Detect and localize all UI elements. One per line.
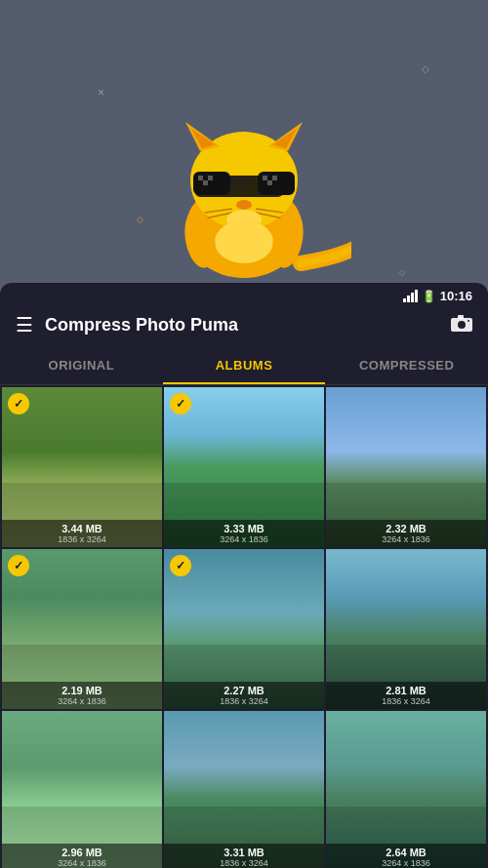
svg-rect-14 <box>267 180 272 185</box>
svg-rect-28 <box>458 315 464 319</box>
photo-5[interactable]: ✓ 2.27 MB 1836 x 3264 <box>164 549 324 709</box>
dims-5: 1836 x 3264 <box>168 696 320 706</box>
check-4: ✓ <box>8 555 29 576</box>
check-2: ✓ <box>170 393 191 414</box>
photo-9[interactable]: 2.64 MB 3264 x 1836 <box>326 711 486 868</box>
size-3: 2.32 MB <box>330 523 482 534</box>
svg-rect-12 <box>263 176 267 180</box>
svg-rect-15 <box>230 179 248 184</box>
svg-point-22 <box>215 220 273 263</box>
dims-9: 3264 x 1836 <box>330 858 482 868</box>
app-title: Compress Photo Puma <box>45 315 439 335</box>
size-7: 2.96 MB <box>6 847 158 858</box>
photo-4[interactable]: ✓ 2.19 MB 3264 x 1836 <box>2 549 162 709</box>
dims-1: 1836 x 3264 <box>6 534 158 544</box>
svg-rect-10 <box>208 176 213 180</box>
svg-rect-9 <box>198 176 203 180</box>
deco-diamond-3: ◇ <box>399 268 405 277</box>
dims-3: 3264 x 1836 <box>330 534 482 544</box>
photo-1[interactable]: ✓ 3.44 MB 1836 x 3264 <box>2 387 162 547</box>
image-grid: ✓ 3.44 MB 1836 x 3264 ✓ 3.33 MB 3264 x 1… <box>0 385 488 868</box>
svg-point-29 <box>468 320 469 322</box>
camera-button[interactable] <box>451 314 472 336</box>
tabs: ORIGINAL ALBUMS COMPRESSED <box>0 348 488 385</box>
photo-3[interactable]: 2.32 MB 3264 x 1836 <box>326 387 486 547</box>
status-icons: 🔋 10:16 <box>403 289 472 303</box>
svg-point-16 <box>236 200 252 210</box>
tab-albums[interactable]: ALBUMS <box>163 348 326 384</box>
dims-7: 3264 x 1836 <box>6 858 158 868</box>
battery-icon: 🔋 <box>422 290 436 303</box>
mascot <box>98 59 390 312</box>
top-bar: ☰ Compress Photo Puma <box>0 309 488 348</box>
photo-8[interactable]: 3.31 MB 1836 x 3264 <box>164 711 324 868</box>
app-container: 🔋 10:16 ☰ Compress Photo Puma ORIGINAL A… <box>0 283 488 868</box>
mascot-svg <box>137 78 351 293</box>
tab-original[interactable]: ORIGINAL <box>0 348 163 384</box>
svg-rect-7 <box>193 172 230 195</box>
photo-6[interactable]: 2.81 MB 1836 x 3264 <box>326 549 486 709</box>
dims-2: 3264 x 1836 <box>168 534 320 544</box>
menu-button[interactable]: ☰ <box>16 313 33 336</box>
signal-icon <box>403 290 418 302</box>
size-4: 2.19 MB <box>6 685 158 696</box>
svg-rect-11 <box>203 180 208 185</box>
svg-rect-8 <box>258 172 295 195</box>
check-1: ✓ <box>8 393 29 414</box>
size-1: 3.44 MB <box>6 523 158 534</box>
size-9: 2.64 MB <box>330 847 482 858</box>
tab-compressed[interactable]: COMPRESSED <box>325 348 488 384</box>
dims-4: 3264 x 1836 <box>6 696 158 706</box>
deco-diamond-1: ◇ <box>422 63 429 74</box>
status-time: 10:16 <box>440 289 472 303</box>
dims-6: 1836 x 3264 <box>330 696 482 706</box>
photo-2[interactable]: ✓ 3.33 MB 3264 x 1836 <box>164 387 324 547</box>
size-2: 3.33 MB <box>168 523 320 534</box>
photo-7[interactable]: 2.96 MB 3264 x 1836 <box>2 711 162 868</box>
size-8: 3.31 MB <box>168 847 320 858</box>
dims-8: 1836 x 3264 <box>168 858 320 868</box>
svg-rect-13 <box>272 176 277 180</box>
status-bar: 🔋 10:16 <box>0 283 488 309</box>
camera-svg <box>451 314 472 332</box>
size-5: 2.27 MB <box>168 685 320 696</box>
size-6: 2.81 MB <box>330 685 482 696</box>
check-5: ✓ <box>170 555 191 576</box>
